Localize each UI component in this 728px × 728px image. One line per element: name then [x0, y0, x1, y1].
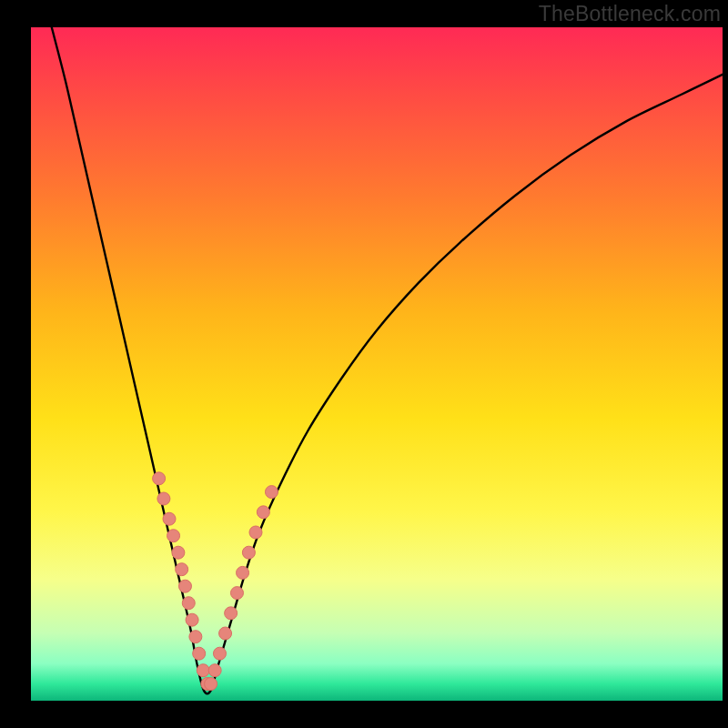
- plot-area: [31, 27, 723, 701]
- highlight-point: [230, 587, 243, 600]
- chart-frame: TheBottleneck.com: [0, 0, 728, 728]
- highlight-point: [265, 486, 278, 499]
- highlight-point: [182, 597, 195, 610]
- highlight-point: [172, 546, 185, 559]
- watermark-text: TheBottleneck.com: [539, 2, 721, 26]
- highlight-point: [213, 647, 226, 660]
- highlight-point: [242, 546, 255, 559]
- highlight-point: [219, 627, 232, 640]
- highlight-point: [186, 613, 198, 626]
- highlight-point: [157, 492, 170, 505]
- highlight-point: [153, 472, 166, 485]
- highlight-point: [197, 664, 209, 677]
- highlight-point: [208, 664, 221, 677]
- highlight-point: [167, 530, 180, 542]
- highlight-point: [189, 631, 202, 643]
- highlight-point: [163, 512, 176, 525]
- highlight-point: [193, 647, 206, 660]
- highlight-point: [225, 607, 238, 620]
- highlight-markers: [31, 27, 723, 701]
- highlight-point: [176, 563, 188, 576]
- highlight-point: [249, 526, 262, 539]
- highlight-point: [237, 566, 249, 579]
- highlight-point: [257, 506, 269, 519]
- highlight-point: [178, 580, 191, 592]
- highlight-point: [205, 678, 217, 691]
